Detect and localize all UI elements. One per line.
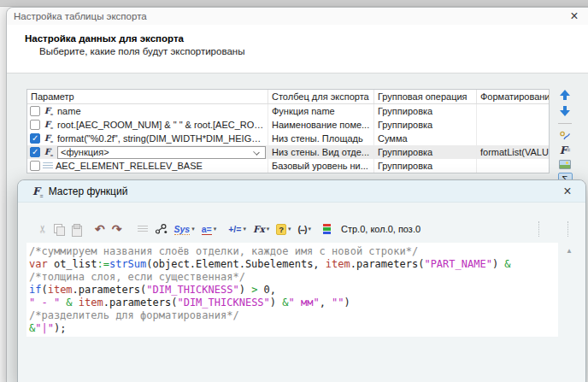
- code-line: /*разделитель для форматирования*/: [29, 309, 558, 322]
- code-line: " - " & item.parameters("DIM_THICKNESS")…: [29, 297, 558, 309]
- function-wizard-icon[interactable]: F=: [560, 143, 571, 157]
- formatting-cell: [476, 104, 549, 118]
- page-subtitle: Выберите, какие поля будут экспортирован…: [39, 46, 588, 56]
- column-header-parameter[interactable]: Параметр: [27, 91, 268, 102]
- formatting-cell: [476, 118, 549, 132]
- move-down-icon[interactable]: [560, 106, 570, 116]
- export-column-cell: Базовый уровень ни...: [268, 159, 373, 173]
- functions-menu[interactable]: Fx▾: [253, 224, 269, 234]
- wizard-title: Мастер функций: [49, 185, 128, 197]
- function-wizard-window: F= Мастер функций × ✂ ↶ ↷ Sys▾: [17, 179, 586, 382]
- formatting-cell: [476, 132, 549, 145]
- brackets-menu[interactable]: (--)▾: [298, 224, 312, 234]
- dialog-titlebar: Настройка таблицы экспорта ×: [7, 8, 588, 25]
- export-parameters-table: Параметр Столбец для экспорта Групповая …: [26, 89, 550, 173]
- edit-parameter-icon[interactable]: [559, 128, 572, 143]
- export-column-cell: Наименование поме...: [268, 118, 373, 132]
- group-operation-cell: Группировка: [373, 159, 476, 173]
- code-line: /*суммируем названия слоёв отделки, кажд…: [29, 245, 558, 258]
- syntax-colors-icon[interactable]: [323, 224, 331, 234]
- export-column-cell: Низ стены. Вид отде...: [268, 145, 373, 159]
- toolbar-separator: [538, 221, 539, 237]
- background-window-strip: [0, 0, 588, 7]
- table-row-selected[interactable]: F= <функция> Низ стены. Вид отде... Груп…: [27, 145, 549, 159]
- group-operation-cell: Сумма: [373, 132, 476, 145]
- redo-icon[interactable]: ↷: [112, 222, 122, 236]
- row-checkbox[interactable]: [30, 120, 40, 130]
- paste-icon[interactable]: [71, 224, 81, 235]
- list-icon[interactable]: [138, 226, 148, 233]
- screen: Настройка таблицы экспорта × Настройка д…: [0, 0, 588, 382]
- parameter-icon: [43, 162, 53, 170]
- row-checkbox[interactable]: [30, 106, 40, 116]
- dialog-title: Настройка таблицы экспорта: [14, 11, 147, 21]
- export-column-cell: Функция name: [268, 104, 373, 118]
- export-column-cell: Низ стены. Площадь: [268, 132, 373, 145]
- undo-icon[interactable]: ↶: [95, 222, 105, 236]
- parameter-cell: AEC_ELEMENT_RELELEV_BASE: [56, 161, 203, 171]
- function-icon: F=: [43, 119, 55, 131]
- operators-menu[interactable]: +/=▾: [228, 224, 246, 234]
- table-side-toolbar: F= Σ: [556, 89, 574, 186]
- code-editor[interactable]: /*суммируем названия слоёв отделки, кажд…: [26, 243, 558, 337]
- toolbar-divider: [558, 123, 572, 124]
- combobox-value: <функция>: [61, 147, 109, 157]
- close-icon[interactable]: ×: [565, 8, 584, 24]
- column-header-export-column[interactable]: Столбец для экспорта: [268, 90, 373, 103]
- wizard-titlebar: F= Мастер функций ×: [18, 180, 585, 203]
- page-title: Настройка данных для экспорта: [25, 33, 588, 44]
- table-row[interactable]: F= name Функция name Группировка: [27, 104, 549, 118]
- function-wizard-icon: F=: [32, 183, 44, 199]
- formatting-cell: [476, 159, 549, 173]
- copy-icon[interactable]: [54, 224, 64, 235]
- table-row[interactable]: AEC_ELEMENT_RELELEV_BASE Базовый уровень…: [27, 159, 549, 173]
- toolbar-separator: [567, 221, 568, 237]
- object-model-icon[interactable]: [155, 222, 168, 236]
- code-line: if(item.parameters("DIM_THICKNESS") > 0,: [29, 284, 558, 297]
- chevron-down-icon[interactable]: [253, 149, 260, 156]
- row-checkbox[interactable]: [30, 161, 40, 171]
- help-menu[interactable]: ?▾: [276, 224, 291, 235]
- system-variables-menu[interactable]: Sys▾: [174, 224, 195, 235]
- table-row[interactable]: F= format("%0.2f", string(DIM_WIDTH*DIM_…: [27, 132, 549, 145]
- row-checkbox[interactable]: [30, 133, 40, 144]
- code-line: var ot_list:=strSum(object.Element.Subel…: [29, 258, 558, 271]
- group-operation-cell: Группировка: [373, 118, 476, 132]
- code-line: /*толщина слоя, если существенная*/: [29, 271, 558, 284]
- cut-icon[interactable]: ✂: [36, 225, 50, 233]
- table-row[interactable]: F= root.[AEC_ROOM_NUM] & " " & root.[AEC…: [27, 118, 549, 132]
- row-checkbox[interactable]: [30, 147, 40, 157]
- wizard-toolbar: ✂ ↶ ↷ Sys▾ a=▾ +/=▾: [38, 220, 579, 238]
- function-icon: F=: [43, 132, 55, 144]
- parameter-cell: root.[AEC_ROOM_NUM] & " " & root.[AEC_RO…: [57, 120, 268, 130]
- cursor-position-status: Стр.0, кол.0, поз.0: [341, 224, 420, 234]
- function-icon: F=: [43, 105, 55, 117]
- move-up-icon[interactable]: [560, 90, 570, 100]
- function-combobox[interactable]: <функция>: [57, 146, 266, 159]
- attributes-menu[interactable]: a=▾: [202, 224, 217, 235]
- image-icon[interactable]: [559, 157, 571, 172]
- dialog-header: Настройка данных для экспорта Выберите, …: [7, 25, 588, 73]
- code-line: &"|");: [29, 322, 558, 335]
- column-header-group-operation[interactable]: Групповая операция: [373, 90, 476, 103]
- parameter-cell: format("%0.2f", string(DIM_WIDTH*DIM_HEI…: [57, 133, 268, 144]
- function-icon: F=: [43, 146, 55, 158]
- formatting-cell: formatList(VALUE: [476, 145, 549, 159]
- column-header-formatting[interactable]: Форматирование: [476, 90, 549, 103]
- table-header-row: Параметр Столбец для экспорта Групповая …: [27, 90, 549, 104]
- group-operation-cell: Группировка: [373, 145, 476, 159]
- close-icon[interactable]: ×: [558, 183, 577, 199]
- parameter-cell: name: [57, 106, 81, 116]
- scrollbar-up-icon[interactable]: ▲: [563, 245, 575, 256]
- group-operation-cell: Группировка: [373, 104, 476, 118]
